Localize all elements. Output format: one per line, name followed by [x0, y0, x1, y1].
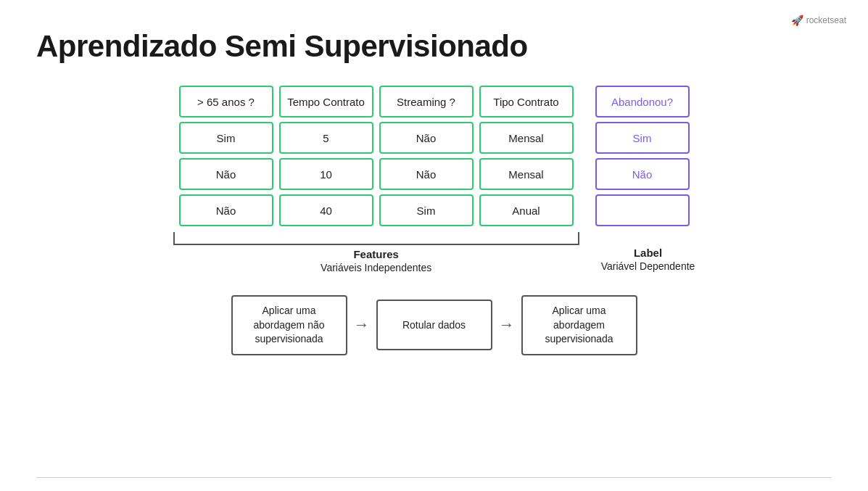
cell-age-row1: Sim [179, 122, 273, 154]
cell-st-row2: Não [379, 158, 474, 190]
label-sublabel: Variável Dependente [601, 260, 695, 272]
cell-label-header: Abandonou? [595, 86, 690, 117]
logo-text: rocketseat [806, 15, 846, 25]
cell-ctype-row3: Anual [479, 194, 574, 226]
label-label: Label [634, 245, 662, 260]
col-contract-time: Tempo Contrato 5 10 40 [279, 86, 373, 226]
cell-ct-row2: 10 [279, 158, 373, 190]
bottom-box-3: Aplicar uma abordagem supervisionada [521, 295, 637, 355]
cell-label-row2: Não [595, 158, 690, 190]
features-sublabel: Variáveis Independentes [321, 262, 431, 273]
arrow-icon-1: → [347, 315, 376, 334]
cell-label-row3 [595, 194, 690, 226]
bottom-box-2: Rotular dados [376, 300, 492, 350]
bracket-line [173, 232, 579, 245]
cell-ctype-row1: Mensal [479, 122, 574, 154]
label-bracket: Label Variável Dependente [601, 232, 695, 272]
slide: 🚀 rocketseat Aprendizado Semi Supervisio… [0, 0, 868, 491]
logo-icon: 🚀 [791, 15, 803, 26]
cell-st-header: Streaming ? [379, 86, 474, 117]
logo: 🚀 rocketseat [791, 15, 846, 26]
cell-age-header: > 65 anos ? [179, 86, 273, 117]
cell-ctype-header: Tipo Contrato [479, 86, 574, 117]
bottom-box-1: Aplicar uma abordagem não supervisionada [231, 295, 347, 355]
features-label: Features [353, 247, 399, 262]
col-streaming: Streaming ? Não Não Sim [379, 86, 474, 226]
col-age: > 65 anos ? Sim Não Não [179, 86, 273, 226]
cell-ct-row1: 5 [279, 122, 373, 154]
bottom-divider [36, 477, 832, 478]
cell-ctype-row2: Mensal [479, 158, 574, 190]
cell-st-row3: Sim [379, 194, 474, 226]
cell-st-row1: Não [379, 122, 474, 154]
arrow-icon-2: → [492, 315, 521, 334]
features-bracket: Features Variáveis Independentes [173, 232, 579, 273]
cell-label-row1: Sim [595, 122, 690, 154]
bracket-area: Features Variáveis Independentes Label V… [36, 232, 832, 273]
main-content: > 65 anos ? Sim Não Não Tempo Contrato 5… [36, 86, 832, 355]
col-label: Abandonou? Sim Não [595, 86, 690, 226]
col-contract-type: Tipo Contrato Mensal Mensal Anual [479, 86, 574, 226]
page-title: Aprendizado Semi Supervisionado [36, 29, 832, 64]
cell-ct-header: Tempo Contrato [279, 86, 373, 117]
cell-ct-row3: 40 [279, 194, 373, 226]
features-group: > 65 anos ? Sim Não Não Tempo Contrato 5… [179, 86, 574, 226]
cell-age-row3: Não [179, 194, 273, 226]
data-table: > 65 anos ? Sim Não Não Tempo Contrato 5… [179, 86, 690, 226]
cell-age-row2: Não [179, 158, 273, 190]
bottom-section: Aplicar uma abordagem não supervisionada… [231, 295, 637, 355]
